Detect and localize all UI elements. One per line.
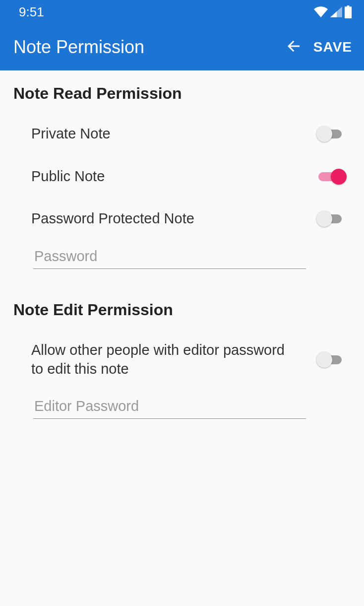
editor-password-input-wrap — [13, 390, 351, 431]
read-permission-heading: Note Read Permission — [13, 84, 351, 103]
private-note-label: Private Note — [31, 125, 140, 143]
app-bar: Note Permission SAVE — [0, 24, 364, 70]
wifi-icon — [313, 6, 328, 17]
password-input[interactable] — [33, 245, 306, 269]
public-note-toggle[interactable] — [318, 172, 342, 181]
public-note-row: Public Note — [13, 155, 351, 198]
arrow-left-icon — [285, 37, 303, 57]
private-note-toggle[interactable] — [318, 130, 342, 138]
password-protected-row: Password Protected Note — [13, 198, 351, 240]
content: Note Read Permission Private Note Public… — [0, 70, 364, 431]
allow-editor-row: Allow other people with editor password … — [13, 329, 351, 390]
password-protected-toggle[interactable] — [318, 214, 342, 223]
edit-permission-heading: Note Edit Permission — [13, 301, 351, 319]
back-button[interactable] — [282, 35, 305, 59]
save-button[interactable]: SAVE — [310, 34, 355, 60]
page-title: Note Permission — [13, 37, 282, 58]
private-note-row: Private Note — [13, 113, 351, 155]
allow-editor-toggle[interactable] — [318, 355, 342, 364]
password-input-wrap — [13, 240, 351, 281]
public-note-label: Public Note — [31, 167, 134, 186]
cell-signal-icon — [330, 6, 342, 17]
status-bar: 9:51 — [0, 0, 364, 24]
password-protected-label: Password Protected Note — [31, 209, 224, 228]
allow-editor-label: Allow other people with editor password … — [31, 341, 318, 378]
status-time: 9:51 — [19, 4, 44, 20]
editor-password-input[interactable] — [33, 395, 306, 419]
status-icons — [313, 5, 352, 18]
battery-icon — [344, 5, 352, 18]
